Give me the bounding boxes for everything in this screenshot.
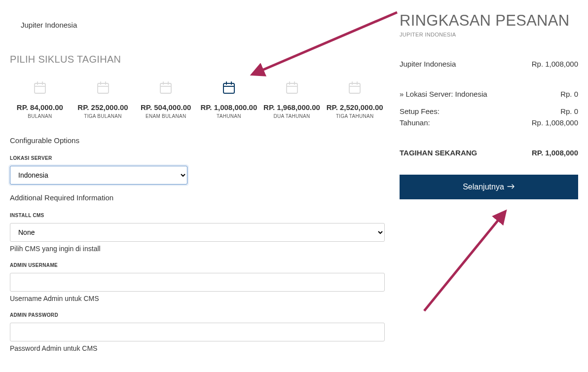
cycle-price: RP. 252,000.00 xyxy=(77,103,128,112)
next-button[interactable]: Selanjutnya xyxy=(400,175,578,199)
summary-server-location-price: Rp. 0 xyxy=(560,90,578,98)
billing-cycle-option[interactable]: RP. 84,000.00BULANAN xyxy=(10,80,70,119)
admin-password-hint: Password Admin untuk CMS xyxy=(10,344,385,352)
summary-product-price: Rp. 1,008,000 xyxy=(532,60,578,68)
cycle-label: ENAM BULANAN xyxy=(146,113,186,119)
billing-cycle-option[interactable]: RP. 1,968,000.00DUA TAHUNAN xyxy=(262,80,322,119)
summary-product-row: Jupiter Indonesia Rp. 1,008,000 xyxy=(400,60,578,68)
install-cms-hint: Pilih CMS yang ingin di install xyxy=(10,245,385,253)
admin-password-input[interactable] xyxy=(10,323,385,341)
order-summary-subtitle: JUPITER INDONESIA xyxy=(400,32,578,37)
summary-setup-fees-row: Setup Fees: Rp. 0 xyxy=(400,107,578,115)
svg-rect-4 xyxy=(98,83,109,93)
calendar-icon xyxy=(158,80,174,96)
calendar-icon xyxy=(284,80,300,96)
install-cms-label: INSTALL CMS xyxy=(10,213,385,218)
summary-total-price: RP. 1,008,000 xyxy=(532,149,578,157)
billing-cycle-option[interactable]: RP. 504,000.00ENAM BULANAN xyxy=(136,80,196,119)
svg-rect-16 xyxy=(287,83,297,93)
calendar-icon xyxy=(347,80,363,96)
order-summary-title: RINGKASAN PESANAN xyxy=(400,12,578,30)
summary-server-location-label: » Lokasi Server: Indonesia xyxy=(400,90,487,98)
svg-rect-8 xyxy=(160,83,171,93)
cycle-price: RP. 84,000.00 xyxy=(17,103,63,112)
configurable-options-heading: Configurable Options xyxy=(10,136,385,145)
cycle-price: RP. 1,008,000.00 xyxy=(200,103,257,112)
cycle-label: DUA TAHUNAN xyxy=(273,113,310,119)
cycle-label: TIGA BULANAN xyxy=(84,113,121,119)
billing-cycle-option[interactable]: RP. 1,008,000.00TAHUNAN xyxy=(199,80,259,119)
billing-cycle-option[interactable]: RP. 252,000.00TIGA BULANAN xyxy=(73,80,133,119)
summary-period-price: Rp. 1,008,000 xyxy=(532,118,578,127)
summary-period-row: Tahunan: Rp. 1,008,000 xyxy=(400,118,578,127)
arrow-right-icon xyxy=(507,183,515,191)
summary-period-label: Tahunan: xyxy=(400,118,430,127)
cycle-price: RP. 2,520,000.00 xyxy=(327,103,383,112)
cycle-label: BULANAN xyxy=(28,113,52,119)
admin-password-label: ADMIN PASSWORD xyxy=(10,312,385,318)
summary-total-label: TAGIHAN SEKARANG xyxy=(400,149,477,157)
billing-cycle-options: RP. 84,000.00BULANANRP. 252,000.00TIGA B… xyxy=(10,80,385,119)
calendar-icon xyxy=(221,80,237,96)
summary-setup-fees-price: Rp. 0 xyxy=(560,107,578,115)
server-location-label: LOKASI SERVER xyxy=(10,155,385,161)
billing-cycle-heading: PILIH SIKLUS TAGIHAN xyxy=(10,54,385,65)
summary-setup-fees-label: Setup Fees: xyxy=(400,107,440,115)
install-cms-select[interactable]: None xyxy=(10,223,385,242)
admin-username-label: ADMIN USERNAME xyxy=(10,262,385,268)
cycle-label: TAHUNAN xyxy=(217,113,241,119)
svg-rect-0 xyxy=(35,83,45,93)
admin-username-input[interactable] xyxy=(10,273,385,292)
product-title: Jupiter Indonesia xyxy=(10,21,385,29)
server-location-select[interactable]: Indonesia xyxy=(10,166,187,185)
next-button-label: Selanjutnya xyxy=(463,183,504,191)
summary-server-location-row: » Lokasi Server: Indonesia Rp. 0 xyxy=(400,90,578,98)
svg-rect-20 xyxy=(349,83,360,93)
calendar-icon xyxy=(95,80,111,96)
billing-cycle-option[interactable]: RP. 2,520,000.00TIGA TAHUNAN xyxy=(325,80,385,119)
admin-username-hint: Username Admin untuk CMS xyxy=(10,295,385,302)
calendar-icon xyxy=(32,80,48,96)
summary-total-row: TAGIHAN SEKARANG RP. 1,008,000 xyxy=(400,149,578,157)
summary-product-name: Jupiter Indonesia xyxy=(400,60,456,68)
cycle-label: TIGA TAHUNAN xyxy=(336,113,374,119)
cycle-price: RP. 504,000.00 xyxy=(141,103,191,112)
svg-rect-12 xyxy=(223,83,234,93)
additional-info-heading: Additional Required Information xyxy=(10,193,385,202)
cycle-price: RP. 1,968,000.00 xyxy=(263,103,320,112)
